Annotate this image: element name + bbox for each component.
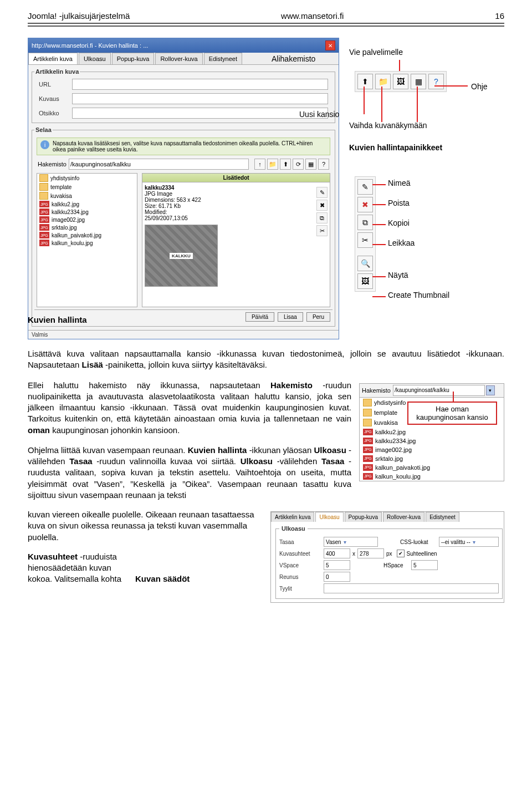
input-url[interactable] [72,79,328,90]
input-kuvaus[interactable] [72,93,328,104]
list-item: JPGkalkku2.jpg [37,200,137,208]
leader-line [453,392,454,403]
vicon-thumbnail-icon[interactable]: 🖼 [357,273,373,289]
cut-icon[interactable]: ✂ [316,225,328,236]
utab-edistyneet[interactable]: Edistyneet [426,512,459,522]
tab-ulkoasu[interactable]: Ulkoasu [79,53,111,64]
list-item: JPGsrktalo.jpg [360,454,504,463]
refresh-button[interactable]: Päivitä [245,312,274,322]
label-kuvaus: Kuvaus [39,95,72,102]
list-item: JPGimage002.jpg [37,216,137,223]
path-input[interactable] [69,159,249,170]
new-folder-icon[interactable]: 📁 [267,159,278,170]
cancel-button[interactable]: Peru [306,312,330,322]
file-list[interactable]: yhdistysinfo template kuvakisa JPGkalkku… [37,173,137,307]
jpg-icon: JPG [363,446,373,453]
leader-line [372,276,386,277]
folder-icon [39,183,48,191]
hint-text: Napsauta kuvaa lisätäksesi sen, valitse … [53,140,326,153]
vicon-copy-icon[interactable]: ⧉ [357,215,373,230]
tab-popup[interactable]: Popup-kuva [112,53,155,64]
info-icon: i [40,140,49,149]
utab-ulkoasu[interactable]: Ulkoasu [315,512,343,522]
leader-line [372,184,386,185]
input-css[interactable]: --ei valittu -- [439,537,499,547]
tab-artikkelin-kuva[interactable]: Artikkelin kuva [28,53,78,64]
insert-button[interactable]: Lisaa [278,312,303,322]
image-manager-dialog: http://www.mansetori.fi - Kuvien hallint… [28,38,339,339]
input-reunus[interactable]: 0 [324,572,350,582]
refresh-icon[interactable]: ⟳ [293,159,304,170]
list-item: JPGkalkku2.jpg [360,428,504,436]
folder-icon [39,192,48,200]
hak-dropdown-icon[interactable]: ▾ [486,385,495,395]
list-item: JPGkalkun_paivakoti.jpg [37,231,137,239]
tb-newfolder-icon[interactable]: 📁 [375,74,391,89]
list-item: yhdistysinfo [37,174,137,182]
tb-grid-icon[interactable]: ▦ [411,74,426,89]
nav-up-icon[interactable]: ↑ [254,159,265,170]
jpg-icon: JPG [39,224,49,231]
hak-path-input[interactable] [393,385,485,396]
tb-upload-icon[interactable]: 🖼 [393,74,408,89]
vicon-cut-icon[interactable]: ✂ [357,232,373,248]
input-vspace[interactable]: 5 [324,560,350,570]
upload-icon[interactable]: ⬆ [280,159,291,170]
copy-icon[interactable]: ⧉ [316,212,328,223]
folder-icon [39,174,48,182]
rename-icon[interactable]: ✎ [316,187,328,198]
delete-icon[interactable]: ✖ [316,200,328,211]
leader-line [381,87,382,122]
list-item: JPGimage002.jpg [360,445,504,454]
leader-line [399,60,400,71]
tb-up-icon[interactable]: ⬆ [357,74,373,89]
detail-header: Lisätiedot [142,174,330,182]
input-tyylit[interactable] [324,583,499,593]
input-otsikko[interactable] [72,108,328,119]
callout-nayta: Näytä [388,271,408,280]
vicon-delete-icon[interactable]: ✖ [357,197,373,212]
vertical-iconbar: ✎ ✖ ⧉ ✂ 🔍 🖼 [355,176,376,292]
ulk-legend: Ulkoasu [279,525,308,532]
tab-rollover[interactable]: Rollover-kuva [155,53,202,64]
utab-rollover[interactable]: Rollover-kuva [383,512,424,522]
vicon-rename-icon[interactable]: ✎ [357,179,373,195]
input-height[interactable]: 278 [357,548,384,558]
fieldset-selaa: Selaa [34,126,53,133]
help-icon[interactable]: ? [318,159,329,170]
input-hspace[interactable]: 5 [411,560,438,570]
input-width[interactable]: 400 [324,548,350,558]
tb-help-icon[interactable]: ? [428,74,444,89]
utab-popup[interactable]: Popup-kuva [345,512,382,522]
hint-box: i Napsauta kuvaa lisätäksesi sen, valits… [37,138,330,155]
detail-name: kalkku2334 [145,185,328,191]
leader-line [372,296,386,297]
header-left: Joomla! -julkaisujärjestelmä [28,11,130,21]
utab-artikkelin[interactable]: Artikkelin kuva [271,512,314,522]
lbl-x: x [352,551,355,557]
tab-edistyneet[interactable]: Edistyneet [204,53,242,64]
detail-size: Size: 61.71 Kb [145,203,328,209]
close-icon[interactable]: ✕ [325,40,335,50]
leader-line [434,85,468,87]
view-toggle-icon[interactable]: ▦ [305,159,316,170]
checkbox-suhteellinen[interactable]: ✔ [397,550,405,557]
vicon-preview-icon[interactable]: 🔍 [357,256,373,271]
leader-line [372,224,386,225]
lbl-hspace: HSpace [383,562,411,568]
lbl-vspace: VSpace [279,562,324,568]
hak-label: Hakemisto [362,387,391,394]
detail-date: 25/09/2007,13:05 [145,215,328,221]
callout-kuvien-hallinta: Kuvien hallinta [28,315,87,324]
leader-line [364,87,365,114]
figure-ulkoasu: Artikkelin kuva Ulkoasu Popup-kuva Rollo… [270,511,504,603]
header-page: 16 [495,11,504,21]
mini-toolbar: ⬆ 📁 🖼 ▦ ? [355,71,447,92]
callout-poista: Poista [388,199,410,207]
list-item: JPGkalkun_koulu.jpg [37,239,137,247]
paragraph-1: Lisättävä kuva valitaan napsauttamalla k… [28,348,504,371]
input-tasaa[interactable]: Vasen [324,537,378,547]
list-item: JPGkalkun_paivakoti.jpg [360,463,504,472]
callout-hallintapainikkeet: Kuvien hallintapainikkeet [349,143,442,152]
list-item: JPGsrktalo.jpg [37,223,137,231]
